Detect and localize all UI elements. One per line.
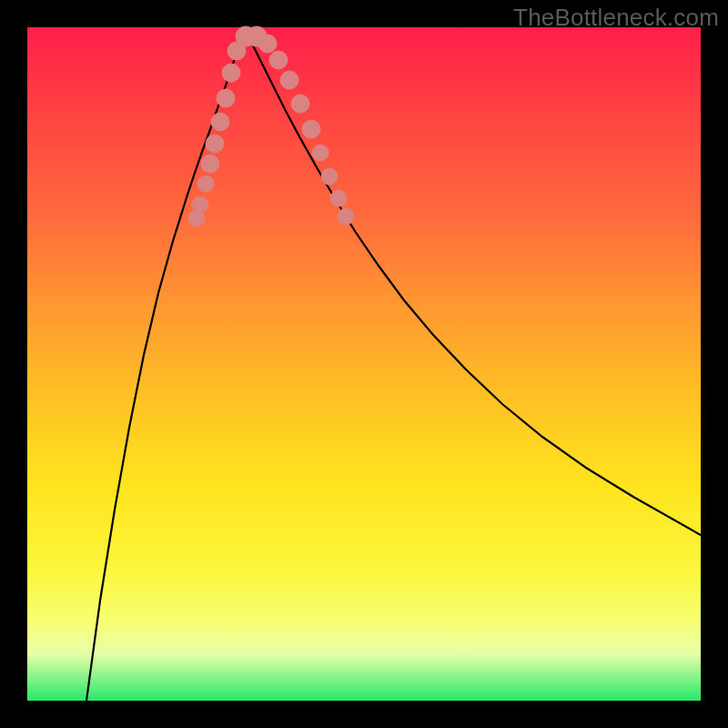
scatter-dot	[291, 95, 309, 113]
scatter-dot	[197, 176, 214, 192]
plot-area	[27, 27, 701, 701]
scatter-dot	[312, 145, 329, 161]
scatter-dot	[258, 35, 277, 53]
curve-right-branch	[246, 31, 701, 535]
scatter-dot	[217, 89, 235, 107]
scatter-dot	[211, 113, 229, 131]
scatter-dot	[302, 120, 320, 138]
scatter-dot	[206, 135, 224, 153]
scatter-dots	[188, 26, 354, 227]
scatter-dot	[321, 168, 338, 185]
scatter-dot	[280, 71, 298, 89]
watermark-text: TheBottleneck.com	[513, 4, 719, 32]
chart-svg	[27, 27, 701, 701]
scatter-dot	[330, 190, 347, 207]
scatter-dot	[192, 197, 208, 213]
curve-left-branch	[86, 31, 246, 701]
scatter-dot	[269, 51, 288, 69]
scatter-dot	[201, 155, 219, 173]
scatter-dot	[338, 208, 354, 225]
scatter-dot	[222, 64, 240, 82]
